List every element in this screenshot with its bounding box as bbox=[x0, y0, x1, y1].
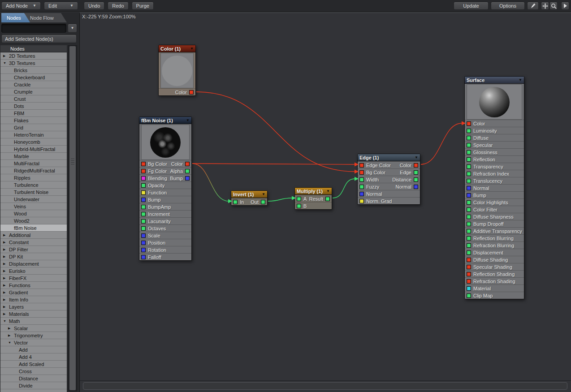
port-refraction-index-connector[interactable] bbox=[467, 172, 471, 176]
sidebar-item-math[interactable]: ▼Math bbox=[0, 318, 67, 325]
sidebar-item-distance[interactable]: Distance bbox=[0, 375, 67, 382]
expand-arrow-icon[interactable]: ▶ bbox=[8, 327, 14, 330]
expand-arrow-icon[interactable]: ▶ bbox=[3, 255, 9, 258]
sidebar-item-heteroterrain[interactable]: HeteroTerrain bbox=[0, 131, 67, 138]
sidebar-item-add-scaled[interactable]: Add Scaled bbox=[0, 361, 67, 368]
tab-node-flow[interactable]: Node Flow bbox=[25, 13, 67, 22]
port-color-connector[interactable] bbox=[414, 163, 418, 168]
node-collapse-arrow-icon[interactable]: ▼ bbox=[190, 47, 194, 51]
sidebar-item-gradient[interactable]: ▶Gradient bbox=[0, 289, 67, 296]
node-title-bar[interactable]: Color (1)▼ bbox=[159, 45, 195, 52]
sidebar-item-fiberfx[interactable]: ▶FiberFX bbox=[0, 275, 67, 282]
expand-arrow-icon[interactable]: ▶ bbox=[3, 248, 9, 251]
sidebar-item-grid[interactable]: Grid bbox=[0, 124, 67, 131]
port-displacement-connector[interactable] bbox=[467, 250, 471, 255]
port-normal-connector[interactable] bbox=[359, 192, 364, 196]
canvas-horizontal-scrollbar[interactable] bbox=[83, 382, 567, 390]
sidebar-item-multifractal[interactable]: MultiFractal bbox=[0, 160, 67, 167]
node-invert1[interactable]: Invert (1)▼InOut bbox=[231, 190, 268, 206]
expand-arrow-icon[interactable]: ▶ bbox=[3, 298, 9, 301]
port-color-highlights-connector[interactable] bbox=[467, 200, 471, 205]
sidebar-item-checkerboard[interactable]: Checkerboard bbox=[0, 74, 67, 81]
expand-arrow-icon[interactable]: ▼ bbox=[3, 61, 9, 65]
port-luminosity-connector[interactable] bbox=[467, 129, 471, 133]
port-specular-connector[interactable] bbox=[467, 143, 471, 147]
port-refraction-blurring-connector[interactable] bbox=[467, 243, 471, 248]
sidebar-item-turbulent-noise[interactable]: Turbulent Noise bbox=[0, 189, 67, 196]
port-fuzzy-connector[interactable] bbox=[359, 185, 364, 189]
port-color-connector[interactable] bbox=[189, 90, 194, 95]
port-scale-connector[interactable] bbox=[141, 233, 146, 238]
sidebar-scrollbar-thumb[interactable] bbox=[69, 46, 76, 390]
search-dropdown-button[interactable]: ▼ bbox=[68, 24, 77, 33]
add-selected-nodes-button[interactable]: Add Selected Node(s) bbox=[1, 34, 77, 43]
sidebar-item-trigonometry[interactable]: ▶Trigonometry bbox=[0, 332, 67, 339]
sidebar-item-crumple[interactable]: Crumple bbox=[0, 88, 67, 95]
port-color-connector[interactable] bbox=[185, 162, 190, 166]
node-title-bar[interactable]: Multiply (1)▼ bbox=[295, 188, 332, 195]
sidebar-item-marble[interactable]: Marble bbox=[0, 153, 67, 160]
port-color-filter-connector[interactable] bbox=[467, 207, 471, 212]
expand-arrow-icon[interactable]: ▶ bbox=[3, 269, 9, 272]
node-multiply1[interactable]: Multiply (1)▼AResultB bbox=[294, 187, 332, 210]
port-bump-connector[interactable] bbox=[467, 193, 471, 198]
port-transparency-connector[interactable] bbox=[467, 164, 471, 169]
sidebar-item-underwater[interactable]: Underwater bbox=[0, 196, 67, 203]
expand-arrow-icon[interactable]: ▶ bbox=[3, 312, 9, 315]
node-edge1[interactable]: Edge (1)▼Edge ColorColorBg ColorEdgeWidt… bbox=[357, 154, 420, 205]
port-bump-connector[interactable] bbox=[185, 176, 190, 181]
port-edge-color-connector[interactable] bbox=[359, 163, 364, 168]
sidebar-item-functions[interactable]: ▶Functions bbox=[0, 282, 67, 289]
port-result-connector[interactable] bbox=[325, 197, 330, 201]
expand-arrow-icon[interactable]: ▼ bbox=[8, 341, 14, 344]
port-bump-dropoff-connector[interactable] bbox=[467, 222, 471, 226]
port-color-connector[interactable] bbox=[467, 121, 471, 126]
expand-arrow-icon[interactable]: ▶ bbox=[3, 54, 9, 57]
sidebar-item-vector[interactable]: ▼Vector bbox=[0, 339, 67, 346]
node-collapse-arrow-icon[interactable]: ▼ bbox=[519, 78, 522, 82]
sidebar-item-add-4[interactable]: Add 4 bbox=[0, 353, 67, 361]
node-collapse-arrow-icon[interactable]: ▼ bbox=[186, 119, 190, 122]
node-title-bar[interactable]: Invert (1)▼ bbox=[231, 191, 267, 198]
sidebar-item-2d-textures[interactable]: ▶2D Textures bbox=[0, 52, 67, 60]
port-diffuse-shading-connector[interactable] bbox=[467, 258, 471, 262]
add-node-dropdown[interactable]: Add Node ▼ bbox=[1, 2, 41, 10]
port-increment-connector[interactable] bbox=[141, 212, 146, 216]
sidebar-item-layers[interactable]: ▶Layers bbox=[0, 303, 67, 310]
redo-button[interactable]: Redo bbox=[108, 2, 128, 10]
sidebar-item-crust[interactable]: Crust bbox=[0, 95, 67, 103]
port-edge-connector[interactable] bbox=[414, 170, 418, 175]
sidebar-item-ridgedmultifractal[interactable]: RidgedMultiFractal bbox=[0, 167, 67, 174]
sidebar-item-item-info[interactable]: ▶Item Info bbox=[0, 296, 67, 303]
port-bg-color-connector[interactable] bbox=[359, 170, 364, 175]
undo-button[interactable]: Undo bbox=[84, 2, 104, 10]
port-diffuse-connector[interactable] bbox=[467, 136, 471, 140]
port-diffuse-sharpness-connector[interactable] bbox=[467, 215, 471, 219]
sidebar-item-add[interactable]: Add bbox=[0, 346, 67, 353]
node-color1[interactable]: Color (1)▼Color bbox=[158, 45, 196, 96]
edit-dropdown[interactable]: Edit ▼ bbox=[44, 2, 78, 10]
port-refraction-shading-connector[interactable] bbox=[467, 279, 471, 284]
port-material-connector[interactable] bbox=[467, 286, 471, 291]
sidebar-scrollbar[interactable] bbox=[68, 45, 77, 391]
port-translucency-connector[interactable] bbox=[467, 179, 471, 183]
port-blending-connector[interactable] bbox=[141, 176, 146, 181]
options-button[interactable]: Options bbox=[491, 2, 525, 10]
update-button[interactable]: Update bbox=[454, 2, 489, 10]
node-title-bar[interactable]: Surface▼ bbox=[465, 77, 524, 84]
expand-arrow-icon[interactable]: ▶ bbox=[3, 305, 9, 308]
sidebar-item-wood[interactable]: Wood bbox=[0, 210, 67, 217]
port-b-connector[interactable] bbox=[297, 204, 301, 208]
port-bump-connector[interactable] bbox=[141, 198, 146, 202]
expand-arrow-icon[interactable]: ▶ bbox=[3, 233, 9, 237]
sidebar-item-crackle[interactable]: Crackle bbox=[0, 81, 67, 88]
sidebar-item-dp-filter[interactable]: ▶DP Filter bbox=[0, 246, 67, 253]
port-lacunarity-connector[interactable] bbox=[141, 219, 146, 224]
sidebar-item-bricks[interactable]: Bricks bbox=[0, 67, 67, 74]
purge-button[interactable]: Purge bbox=[132, 2, 154, 10]
sidebar-item-displacement[interactable]: ▶Displacement bbox=[0, 260, 67, 267]
sidebar-item-scalar[interactable]: ▶Scalar bbox=[0, 325, 67, 332]
port-norm-grad-connector[interactable] bbox=[359, 199, 364, 203]
port-bumpamp-connector[interactable] bbox=[141, 205, 146, 209]
sidebar-item-cross[interactable]: Cross bbox=[0, 368, 67, 375]
